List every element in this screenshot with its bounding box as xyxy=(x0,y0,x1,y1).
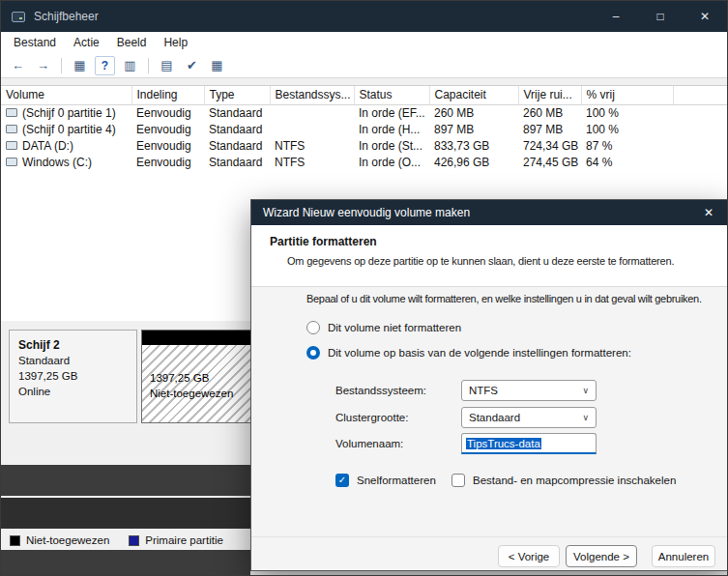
primary-partition-swatch xyxy=(129,535,139,546)
volume-name: Windows (C:) xyxy=(22,156,92,169)
table-row[interactable]: (Schijf 0 partitie 4) Eenvoudig Standaar… xyxy=(1,121,728,137)
cell-pct: 100 % xyxy=(581,104,673,121)
cluster-size-label: Clustergrootte: xyxy=(335,412,461,423)
minimize-button[interactable]: – xyxy=(594,1,638,32)
table-row[interactable]: (Schijf 0 partitie 1) Eenvoudig Standaar… xyxy=(1,104,728,121)
filesystem-label: Bestandssysteem: xyxy=(335,385,461,396)
column-bestandssysteem[interactable]: Bestandssys... xyxy=(270,86,354,104)
disk-layout: Standaard xyxy=(18,353,128,368)
compression-label: Bestand- en mapcompressie inschakelen xyxy=(473,475,676,486)
app-disk-icon xyxy=(12,12,25,22)
console-window-icon[interactable]: ▦ xyxy=(70,56,90,75)
properties-table-icon[interactable]: ▥ xyxy=(120,56,140,75)
column-vrije-ruimte[interactable]: Vrije rui... xyxy=(518,86,581,104)
cell-indeling: Eenvoudig xyxy=(131,104,204,121)
help-icon[interactable]: ? xyxy=(95,56,115,75)
volume-name: DATA (D:) xyxy=(22,139,73,153)
dialog-close-icon[interactable]: ✕ xyxy=(689,200,728,225)
volume-icon xyxy=(6,125,17,133)
cell-indeling: Eenvoudig xyxy=(131,121,204,137)
disk-management-window: Schijfbeheer – □ ✕ Bestand Actie Beeld H… xyxy=(0,0,728,576)
filesystem-dropdown[interactable]: NTFS ∨ xyxy=(461,380,597,401)
column-type[interactable]: Type xyxy=(204,86,270,104)
maximize-button[interactable]: □ xyxy=(638,1,683,32)
cluster-size-row: Clustergrootte: Standaard ∨ xyxy=(335,407,597,428)
unallocated-swatch xyxy=(10,535,20,546)
radio-off-icon[interactable] xyxy=(306,321,320,334)
cell-status: In orde (St... xyxy=(354,137,429,154)
check-icon[interactable]: ✔ xyxy=(182,56,202,75)
column-volume[interactable]: Volume xyxy=(1,86,131,104)
filesystem-row: Bestandssysteem: NTFS ∨ xyxy=(335,380,597,401)
menu-bestand[interactable]: Bestand xyxy=(5,34,65,51)
radio-format-with-settings[interactable]: Dit volume op basis van de volgende inst… xyxy=(306,345,631,360)
volume-icon xyxy=(6,158,17,166)
menu-beeld[interactable]: Beeld xyxy=(108,34,156,51)
cell-fs xyxy=(270,121,354,137)
column-indeling[interactable]: Indeling xyxy=(131,86,204,104)
action-pane-icon[interactable]: ▤ xyxy=(157,56,177,75)
radio-on-icon[interactable] xyxy=(306,346,320,360)
cell-capaciteit: 833,73 GB xyxy=(429,137,518,154)
cell-status: In orde (EF... xyxy=(354,104,429,121)
cell-pct: 100 % xyxy=(581,121,673,137)
cell-fs: NTFS xyxy=(270,137,354,154)
checkbox-unchecked-icon[interactable] xyxy=(451,474,465,487)
dialog-heading: Partitie formatteren xyxy=(270,235,728,248)
table-header-row: Volume Indeling Type Bestandssys... Stat… xyxy=(1,86,728,104)
lower-dark-band xyxy=(1,550,250,576)
menu-help[interactable]: Help xyxy=(155,34,196,51)
back-icon[interactable]: ← xyxy=(8,56,28,75)
cell-vrij: 897 MB xyxy=(518,121,581,137)
legend-item: Primaire partitie xyxy=(129,534,223,546)
volume-table: Volume Indeling Type Bestandssys... Stat… xyxy=(1,86,728,170)
cell-fs xyxy=(270,104,354,121)
cell-vrij: 260 MB xyxy=(518,104,581,121)
column-filler xyxy=(673,86,728,104)
cell-type: Standaard xyxy=(204,137,270,154)
toolbar-separator xyxy=(148,58,149,73)
cell-capaciteit: 260 MB xyxy=(429,104,518,121)
dialog-description: Om gegevens op deze partitie op te kunne… xyxy=(287,255,728,267)
checkbox-checked-icon[interactable]: ✓ xyxy=(335,474,349,487)
chevron-down-icon: ∨ xyxy=(582,386,589,395)
compression-checkbox[interactable]: Bestand- en mapcompressie inschakelen xyxy=(451,473,676,488)
chevron-down-icon: ∨ xyxy=(582,413,589,422)
table-row[interactable]: DATA (D:) Eenvoudig Standaard NTFS In or… xyxy=(1,137,728,154)
radio-no-format-label: Dit volume niet formatteren xyxy=(328,322,461,333)
cluster-size-dropdown[interactable]: Standaard ∨ xyxy=(461,407,597,428)
menu-actie[interactable]: Actie xyxy=(65,34,108,51)
next-button[interactable]: Volgende > xyxy=(566,545,637,567)
radio-format-label: Dit volume op basis van de volgende inst… xyxy=(328,347,631,359)
toolbar: ← → ▦ ? ▥ ▤ ✔ ▦ xyxy=(1,53,727,78)
cell-status: In orde (H... xyxy=(354,121,429,137)
new-simple-volume-wizard-dialog: Wizard Nieuw eenvoudig volume maken ✕ Pa… xyxy=(250,199,728,571)
column-pct-vrij[interactable]: % vrij xyxy=(581,86,673,104)
lower-dark-band xyxy=(1,498,250,529)
dialog-titlebar: Wizard Nieuw eenvoudig volume maken ✕ xyxy=(251,200,728,225)
table-row[interactable]: Windows (C:) Eenvoudig Standaard NTFS In… xyxy=(1,154,728,170)
cell-capaciteit: 897 MB xyxy=(429,121,518,137)
disk2-info-panel[interactable]: Schijf 2 Standaard 1397,25 GB Online xyxy=(9,330,137,423)
disk-name: Schijf 2 xyxy=(18,337,128,353)
legend-item: Niet-toegewezen xyxy=(10,534,109,546)
dialog-footer-divider xyxy=(251,536,728,537)
cell-status: In orde (O... xyxy=(354,154,429,170)
close-button[interactable]: ✕ xyxy=(683,1,727,32)
back-button[interactable]: < Vorige xyxy=(498,545,560,567)
column-capaciteit[interactable]: Capaciteit xyxy=(429,86,518,104)
radio-no-format[interactable]: Dit volume niet formatteren xyxy=(306,320,461,335)
cell-type: Standaard xyxy=(204,104,270,121)
quick-format-checkbox[interactable]: ✓ Snelformatteren xyxy=(335,473,436,488)
cancel-button[interactable]: Annuleren xyxy=(652,545,715,567)
volume-name-input[interactable]: TipsTrucs-data xyxy=(461,433,597,454)
menu-bar: Bestand Actie Beeld Help xyxy=(1,32,727,53)
cell-indeling: Eenvoudig xyxy=(131,154,204,170)
lower-dark-band xyxy=(1,465,250,496)
forward-icon[interactable]: → xyxy=(33,56,53,75)
quick-format-label: Snelformatteren xyxy=(357,475,436,486)
column-status[interactable]: Status xyxy=(354,86,429,104)
disk-status: Online xyxy=(18,384,128,399)
disk-list-icon[interactable]: ▦ xyxy=(207,56,227,75)
cell-vrij: 724,34 GB xyxy=(518,137,581,154)
